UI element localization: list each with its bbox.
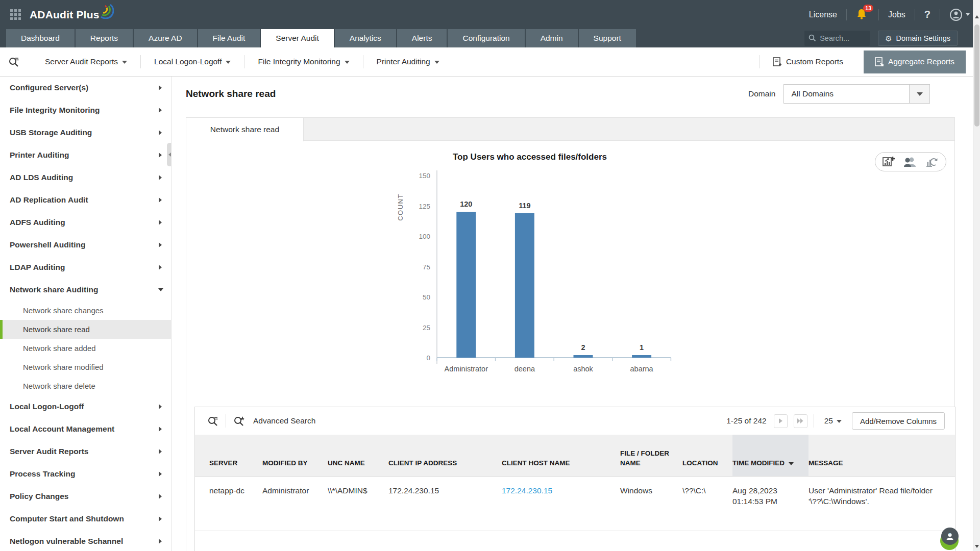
column-header-modified-by[interactable]: MODIFIED BY xyxy=(262,435,328,476)
sidebar-item-network-share-modified[interactable]: Network share modified xyxy=(0,358,171,377)
scroll-up-icon[interactable] xyxy=(975,15,979,18)
sidebar-item-ldap-auditing[interactable]: LDAP Auditing xyxy=(0,256,171,279)
nav-tab-alerts[interactable]: Alerts xyxy=(397,29,447,47)
sidebar-item-network-share-auditing[interactable]: Network share Auditing xyxy=(0,279,171,301)
sidebar-item-ad-lds-auditing[interactable]: AD LDS Auditing xyxy=(0,166,171,189)
menu-server-audit-reports[interactable]: Server Audit Reports xyxy=(32,57,140,66)
chevron-right-icon xyxy=(159,404,162,409)
sidebar-item-network-share-added[interactable]: Network share added xyxy=(0,339,171,358)
app-grid-icon[interactable] xyxy=(10,9,21,20)
cell-file-folder-name: Windows xyxy=(620,476,682,531)
nav-tab-configuration[interactable]: Configuration xyxy=(448,29,524,47)
bar-chart: 0255075100125150120Administrator119deena… xyxy=(186,141,954,407)
quick-search-icon[interactable] xyxy=(207,415,218,427)
svg-text:0: 0 xyxy=(426,354,430,362)
chevron-right-icon xyxy=(159,197,162,203)
nav-tab-analytics[interactable]: Analytics xyxy=(335,29,396,47)
scroll-down-icon[interactable] xyxy=(975,545,979,548)
column-header-server[interactable]: SERVER xyxy=(195,435,262,476)
svg-text:25: 25 xyxy=(423,324,430,332)
last-page-button[interactable] xyxy=(794,414,807,428)
aggregate-reports-button[interactable]: Aggregate Reports xyxy=(864,51,966,73)
results-table-card: Advanced Search 1-25 of 242 25 Add xyxy=(194,407,955,551)
scrollbar-thumb[interactable] xyxy=(974,24,979,127)
svg-text:deena: deena xyxy=(514,365,535,373)
sidebar-item-local-account-management[interactable]: Local Account Management xyxy=(0,418,171,440)
user-menu[interactable] xyxy=(949,8,970,21)
custom-reports-button[interactable]: Custom Reports xyxy=(760,57,856,67)
svg-text:50: 50 xyxy=(423,293,430,301)
nav-tab-admin[interactable]: Admin xyxy=(526,29,578,47)
menu-file-integrity-monitoring[interactable]: File Integrity Monitoring xyxy=(244,57,362,66)
column-header-client-ip-address[interactable]: CLIENT IP ADDRESS xyxy=(388,435,502,476)
chevron-right-icon xyxy=(159,242,162,247)
sidebar-item-local-logon-logoff[interactable]: Local Logon-Logoff xyxy=(0,395,171,418)
sidebar-item-printer-auditing[interactable]: Printer Auditing xyxy=(0,144,171,166)
sidebar-item-network-share-delete[interactable]: Network share delete xyxy=(0,377,171,395)
svg-text:1: 1 xyxy=(640,343,644,352)
notifications-bell-icon[interactable]: 13 xyxy=(856,8,869,21)
cell-client-ip-address: 172.24.230.15 xyxy=(388,476,502,531)
client-host-link[interactable]: 172.24.230.15 xyxy=(502,486,552,495)
menu-printer-auditing[interactable]: Printer Auditing xyxy=(363,57,453,66)
sidebar-item-network-share-changes[interactable]: Network share changes xyxy=(0,301,171,320)
advanced-search-label[interactable]: Advanced Search xyxy=(253,416,315,425)
sidebar-item-process-tracking[interactable]: Process Tracking xyxy=(0,463,171,485)
column-header-unc-name[interactable]: UNC NAME xyxy=(328,435,388,476)
domain-select[interactable]: All Domains xyxy=(783,84,930,104)
nav-tab-azure-ad[interactable]: Azure AD xyxy=(134,29,197,47)
nav-tab-server-audit[interactable]: Server Audit xyxy=(261,29,333,47)
support-chat-button[interactable] xyxy=(939,528,962,550)
svg-text:120: 120 xyxy=(460,200,472,208)
sidebar-item-server-audit-reports[interactable]: Server Audit Reports xyxy=(0,440,171,463)
sort-desc-icon xyxy=(789,462,794,465)
table-header-row: SERVERMODIFIED BYUNC NAMECLIENT IP ADDRE… xyxy=(195,435,955,476)
menu-local-logon-logoff[interactable]: Local Logon-Logoff xyxy=(141,57,244,66)
column-header-location[interactable]: LOCATION xyxy=(682,435,732,476)
next-page-button[interactable] xyxy=(774,414,788,428)
nav-tab-reports[interactable]: Reports xyxy=(76,29,133,47)
global-search xyxy=(804,31,870,46)
domain-settings-button[interactable]: ⚙ Domain Settings xyxy=(878,31,958,46)
sidebar-item-adfs-auditing[interactable]: ADFS Auditing xyxy=(0,211,171,234)
license-link[interactable]: License xyxy=(809,10,837,19)
brand-swoosh-icon xyxy=(99,3,114,19)
nav-tab-file-audit[interactable]: File Audit xyxy=(198,29,260,47)
column-header-file-folder-name[interactable]: FILE / FOLDER NAME xyxy=(620,435,682,476)
help-button[interactable]: ? xyxy=(924,9,930,20)
sidebar-item-network-share-read[interactable]: Network share read xyxy=(0,320,171,339)
sidebar-item-configured-server-s[interactable]: Configured Server(s) xyxy=(0,77,171,99)
page-size-select[interactable]: 25 xyxy=(824,416,842,425)
svg-text:Administrator: Administrator xyxy=(445,365,488,373)
sidebar-item-ad-replication-audit[interactable]: AD Replication Audit xyxy=(0,189,171,211)
divider xyxy=(940,9,940,20)
jobs-link[interactable]: Jobs xyxy=(888,10,905,19)
report-search-icon[interactable] xyxy=(8,56,19,67)
sidebar-item-computer-start-and-shutdown[interactable]: Computer Start and Shutdown xyxy=(0,508,171,530)
avatar-icon xyxy=(949,8,963,21)
sidebar-item-file-integrity-monitoring[interactable]: File Integrity Monitoring xyxy=(0,99,171,121)
sidebar-item-policy-changes[interactable]: Policy Changes xyxy=(0,485,171,508)
chevron-down-icon xyxy=(909,85,929,103)
table-row[interactable]: netapp-dcAdministrator\\*\ADMIN$172.24.2… xyxy=(195,476,955,531)
column-header-message[interactable]: MESSAGE xyxy=(808,435,955,476)
tab-network-share-read[interactable]: Network share read xyxy=(186,118,304,141)
chevron-right-icon xyxy=(159,153,162,158)
sidebar-item-usb-storage-auditing[interactable]: USB Storage Auditing xyxy=(0,121,171,144)
sidebar-item-netlogon-vulnerable-schannel[interactable]: Netlogon vulnerable Schannel xyxy=(0,530,171,551)
add-remove-columns-button[interactable]: Add/Remove Columns xyxy=(852,412,945,430)
sidebar-item-powershell-auditing[interactable]: Powershell Auditing xyxy=(0,234,171,256)
advanced-search-icon[interactable] xyxy=(233,415,245,427)
results-table: SERVERMODIFIED BYUNC NAMECLIENT IP ADDRE… xyxy=(195,435,955,531)
report-menus: Server Audit ReportsLocal Logon-LogoffFi… xyxy=(32,55,453,68)
column-header-client-host-name[interactable]: CLIENT HOST NAME xyxy=(502,435,620,476)
nav-tab-support[interactable]: Support xyxy=(579,29,636,47)
cell-modified-by: Administrator xyxy=(262,476,328,531)
nav-tab-dashboard[interactable]: Dashboard xyxy=(6,29,75,47)
domain-label: Domain xyxy=(748,89,775,98)
column-header-time-modified[interactable]: TIME MODIFIED xyxy=(732,435,808,476)
chevron-down-icon xyxy=(158,288,163,291)
page-scrollbar xyxy=(973,0,980,551)
brand-row: ADAudit Plus License 13 Jobs ? xyxy=(0,0,980,29)
svg-text:150: 150 xyxy=(419,172,430,180)
